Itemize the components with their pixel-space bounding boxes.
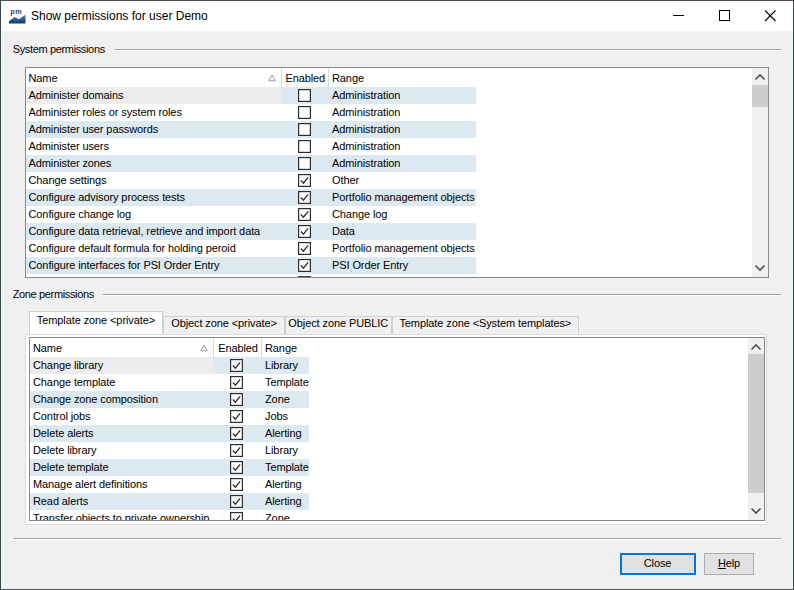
svg-text:pm: pm bbox=[10, 7, 22, 16]
